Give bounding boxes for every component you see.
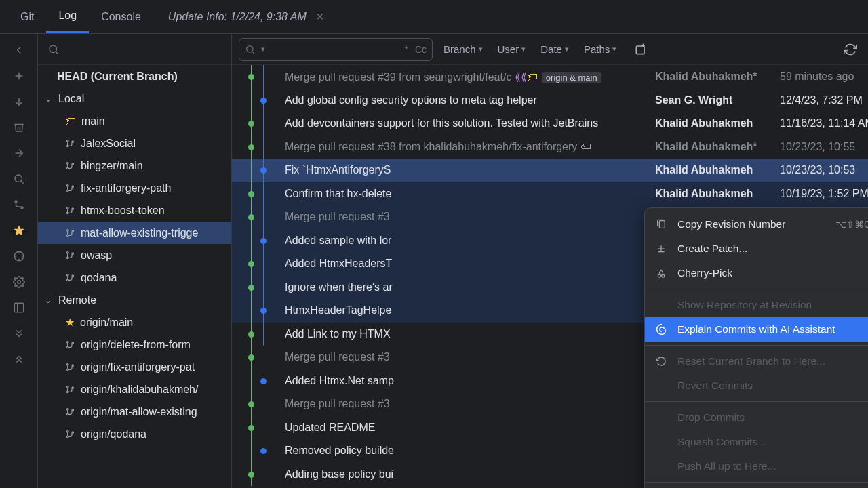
regex-toggle[interactable]: .* [402,44,408,55]
commit-row[interactable]: Confirm that hx-deleteKhalid Abuhakmeh10… [232,182,868,206]
tree-search[interactable] [38,34,231,65]
svg-point-51 [72,409,74,411]
tab-git[interactable]: Git [8,0,46,33]
undo-icon [656,356,668,367]
svg-point-28 [67,207,69,209]
svg-point-27 [72,186,74,188]
svg-point-17 [50,45,57,53]
refresh-icon[interactable] [844,43,861,56]
tree-head[interactable]: HEAD (Current Branch) [38,65,231,87]
ctx-drop: Drop Commits [645,405,868,430]
svg-point-52 [67,431,69,433]
svg-point-32 [67,235,69,237]
tree-local-owasp[interactable]: owasp [38,244,231,266]
svg-point-42 [72,342,74,344]
target-icon[interactable] [11,248,27,264]
open-new-icon[interactable] [634,43,652,56]
back-icon[interactable] [11,42,27,58]
tab-console[interactable]: Console [89,0,153,33]
ctx-cherry-pick[interactable]: Cherry-Pick [645,261,868,285]
svg-point-38 [67,279,69,281]
gear-icon[interactable] [11,274,27,290]
tree-local-bingzer/main[interactable]: bingzer/main [38,155,231,177]
ctx-label: Reset Current Branch to Here... [677,355,825,367]
search-icon[interactable] [11,171,27,187]
commit-row[interactable]: Fix `HtmxAntiforgerySKhalid Abuhakmeh10/… [232,159,868,182]
ctx-label: Drop Commits [677,411,745,424]
svg-marker-8 [14,226,24,236]
ctx-label: Show Repository at Revision [677,299,812,311]
svg-point-48 [72,387,74,389]
svg-point-25 [67,185,69,187]
tree-remote-origin/fix-antiforgery-pat[interactable]: origin/fix-antiforgery-pat [38,356,231,378]
filter-branch[interactable]: Branch▾ [439,43,487,55]
expand-icon[interactable] [11,325,27,342]
tree-remote-origin/mat-allow-existing[interactable]: origin/mat-allow-existing [38,401,231,423]
svg-point-26 [67,190,69,192]
plus-icon[interactable] [11,68,27,84]
tool-window-tabs: Git Log Console Update Info: 1/2/24, 9:3… [0,0,868,34]
svg-point-29 [67,212,69,214]
commit-row[interactable]: Add devcontainers support for this solut… [232,112,868,136]
svg-point-54 [72,432,74,434]
svg-point-14 [17,281,20,284]
filter-user[interactable]: User▾ [494,43,530,55]
filter-date[interactable]: Date▾ [536,43,573,55]
tree-remote-origin/delete-from-form[interactable]: origin/delete-from-form [38,333,231,356]
tab-log[interactable]: Log [46,0,89,33]
pull-icon[interactable] [11,94,27,110]
ctx-copy-revision[interactable]: Copy Revision Number ⌥⇧⌘C [645,212,868,237]
svg-point-39 [72,275,74,277]
svg-point-50 [67,413,69,415]
svg-rect-15 [14,303,24,312]
tree-remote-origin/qodana[interactable]: origin/qodana [38,423,231,445]
trash-icon[interactable] [11,119,27,136]
svg-point-24 [72,163,74,165]
filter-paths[interactable]: Paths▾ [580,43,620,55]
tree-remote-origin/main[interactable]: ★origin/main [38,311,231,333]
svg-point-35 [67,257,69,259]
left-icon-strip [0,34,38,488]
tree-local-mat-allow-existing-trigge[interactable]: mat-allow-existing-trigge [38,222,231,244]
ai-spiral-icon [656,323,668,336]
commit-row[interactable]: Merge pull request #38 from khalidabuhak… [232,136,868,159]
star-icon[interactable] [11,222,27,239]
layout-icon[interactable] [11,300,27,316]
svg-rect-57 [637,46,645,54]
graph-icon[interactable] [11,197,27,213]
ctx-label: Create Patch... [677,243,747,255]
tree-local-qodana[interactable]: qodana [38,266,231,289]
commit-row[interactable]: Add global config security options to me… [232,89,868,113]
commits-toolbar: ▾ .* Cc Branch▾ User▾ Date▾ Paths▾ [232,34,868,65]
svg-rect-60 [659,221,665,228]
ctx-label: Revert Commits [677,380,753,392]
svg-point-55 [247,45,253,52]
arrow-right-icon[interactable] [11,145,27,161]
close-icon[interactable]: × [316,9,324,24]
svg-point-40 [67,342,69,344]
ctx-label: Explain Commits with AI Assistant [677,323,835,336]
svg-point-41 [67,346,69,348]
tree-local-htmx-boost-token[interactable]: htmx-boost-token [38,199,231,222]
svg-point-6 [15,201,17,203]
update-info-text: Update Info: 1/2/24, 9:38 AM [168,11,307,23]
tree-group-local[interactable]: ⌄Local [38,87,231,110]
svg-point-19 [67,140,69,142]
tree-local-JalexSocial[interactable]: JalexSocial [38,132,231,155]
ctx-label: Cherry-Pick [677,267,732,279]
ctx-push-all: Push All up to Here... [645,454,868,479]
commit-search-input[interactable]: ▾ .* Cc [239,38,433,61]
tree-group-remote[interactable]: ⌄Remote [38,289,231,311]
commit-row[interactable]: Merge pull request #39 from seangwright/… [232,65,868,89]
tree-remote-origin/khalidabuhakmeh/[interactable]: origin/khalidabuhakmeh/ [38,378,231,401]
svg-point-34 [67,252,69,254]
commits-panel: ▾ .* Cc Branch▾ User▾ Date▾ Paths▾ Merge… [232,34,868,488]
svg-point-33 [72,230,74,232]
collapse-icon[interactable] [11,351,27,367]
tree-local-main[interactable]: 🏷main [38,110,231,132]
case-toggle[interactable]: Cc [415,44,427,55]
tree-local-fix-antiforgery-path[interactable]: fix-antiforgery-path [38,177,231,199]
svg-point-45 [72,365,74,367]
ctx-explain-ai[interactable]: Explain Commits with AI Assistant [645,317,868,342]
ctx-create-patch[interactable]: Create Patch... [645,237,868,261]
